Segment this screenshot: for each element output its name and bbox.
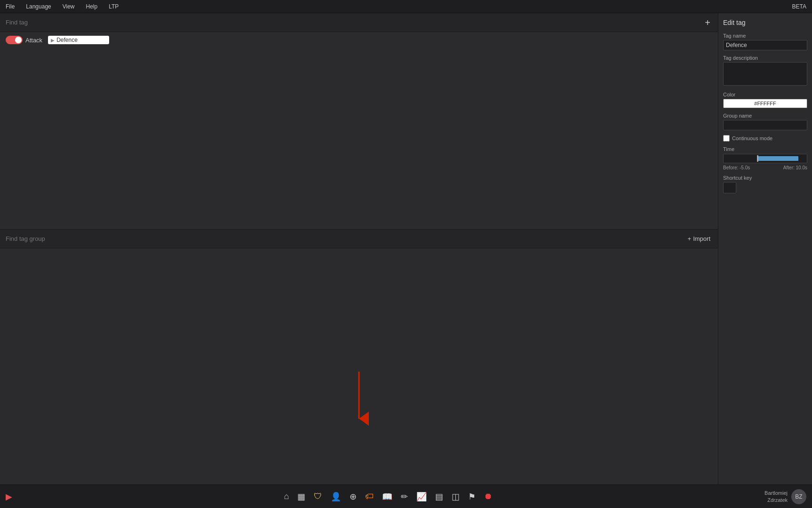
table-icon[interactable]: ▤ (435, 492, 443, 502)
record-icon[interactable]: ⏺ (484, 492, 493, 501)
time-after: After: 10.0s (783, 165, 807, 170)
tag-name-input[interactable] (723, 40, 807, 50)
play-icon: ▶ (6, 492, 12, 501)
bottom-toolbar: ▶ ⌂ ▦ 🛡 👤 ⊕ 🏷 📖 ✏ 📈 ▤ ◫ ⚑ ⏺ Bartlomiej Z… (0, 484, 812, 508)
play-button[interactable]: ▶ (6, 492, 12, 502)
user-info: Bartlomiej Zdrzatek (764, 490, 788, 503)
user-name: Bartlomiej (764, 490, 788, 496)
time-section: Time Before: -5.0s After: 10.0s (723, 146, 807, 170)
attack-label: Attack (25, 37, 42, 44)
tag-name-field: Tag name (723, 33, 807, 50)
badge-arrow-icon: ▶ (51, 38, 55, 43)
tags-section: + Attack ▶ Defence (0, 13, 718, 230)
time-labels: Before: -5.0s After: 10.0s (723, 165, 807, 170)
tag-toggle-attack: Attack (6, 36, 42, 44)
menu-help[interactable]: Help (84, 2, 100, 11)
grid-icon[interactable]: ▦ (297, 492, 305, 502)
toolbar-left: ▶ (6, 492, 12, 502)
shortcut-key-input[interactable] (723, 182, 736, 193)
group-name-field: Group name (723, 113, 807, 130)
find-tag-input[interactable] (6, 19, 703, 26)
add-tag-button[interactable]: + (703, 18, 712, 27)
find-group-input[interactable] (6, 235, 686, 242)
flag-icon[interactable]: ⚑ (468, 492, 476, 502)
person-icon[interactable]: 👤 (331, 492, 341, 502)
continuous-mode-checkbox[interactable] (723, 135, 730, 142)
target-icon[interactable]: ⊕ (350, 492, 357, 502)
time-before: Before: -5.0s (723, 165, 750, 170)
import-plus-icon: + (688, 235, 692, 242)
down-arrow-svg (345, 372, 373, 428)
tag-name-label: Tag name (723, 33, 807, 39)
panel-title: Edit tag (723, 19, 807, 26)
color-value[interactable]: #FFFFFF (723, 99, 807, 108)
table-row: Attack ▶ Defence (6, 36, 712, 44)
toolbar-right: Bartlomiej Zdrzatek BZ (764, 489, 806, 504)
time-slider[interactable] (723, 154, 807, 163)
shortcut-key-section: Shortcut key (723, 175, 807, 193)
color-field: Color #FFFFFF (723, 92, 807, 108)
user-surname: Zdrzatek (764, 497, 788, 503)
shield-icon[interactable]: 🛡 (314, 492, 322, 501)
tag-description-label: Tag description (723, 55, 807, 61)
menu-view[interactable]: View (61, 2, 77, 11)
group-section-header: + Import (0, 230, 718, 248)
arrows-overlay-svg (718, 13, 718, 484)
chart-icon[interactable]: 📈 (416, 492, 427, 502)
tags-section-header: + (0, 13, 718, 32)
menu-file[interactable]: File (4, 2, 16, 11)
layers-icon[interactable]: ◫ (452, 492, 460, 502)
time-slider-thumb (757, 155, 758, 162)
group-name-label: Group name (723, 113, 807, 119)
continuous-mode-label: Continuous mode (732, 135, 772, 141)
content-wrapper: + Attack ▶ Defence (0, 13, 812, 484)
import-label: Import (693, 235, 710, 242)
menu-bar: File Language View Help LTP BETA (0, 0, 812, 13)
defence-badge[interactable]: ▶ Defence (48, 36, 109, 44)
home-icon[interactable]: ⌂ (284, 492, 289, 501)
pencil-icon[interactable]: ✏ (401, 492, 408, 502)
group-content (0, 248, 718, 484)
tag-icon[interactable]: 🏷 (365, 492, 374, 501)
book-icon[interactable]: 📖 (382, 492, 392, 502)
tags-content: Attack ▶ Defence (0, 32, 718, 229)
menu-ltp[interactable]: LTP (107, 2, 120, 11)
tag-description-field: Tag description (723, 55, 807, 87)
beta-label: BETA (790, 2, 808, 11)
continuous-mode-row: Continuous mode (723, 135, 807, 142)
group-section: + Import (0, 230, 718, 484)
color-label: Color (723, 92, 807, 97)
edit-tag-panel: Edit tag Tag name Tag description Color … (718, 13, 812, 484)
attack-toggle[interactable] (6, 36, 23, 44)
time-label: Time (723, 146, 807, 152)
import-button[interactable]: + Import (686, 234, 712, 243)
badge-text: Defence (56, 37, 78, 43)
group-name-input[interactable] (723, 120, 807, 130)
time-slider-fill (757, 156, 799, 161)
toolbar-center: ⌂ ▦ 🛡 👤 ⊕ 🏷 📖 ✏ 📈 ▤ ◫ ⚑ ⏺ (284, 492, 493, 502)
left-panel: + Attack ▶ Defence (0, 13, 718, 484)
menu-language[interactable]: Language (24, 2, 53, 11)
avatar: BZ (791, 489, 806, 504)
tag-description-input[interactable] (723, 62, 807, 86)
shortcut-key-label: Shortcut key (723, 175, 807, 181)
